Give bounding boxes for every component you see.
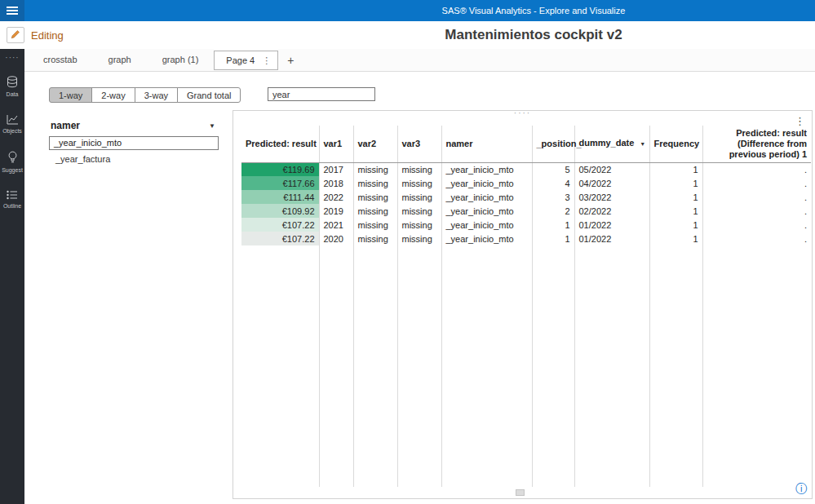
report-header: Editing Mantenimientos cockpit v2 — [0, 21, 815, 49]
sidebar-item-suggest[interactable]: Suggest — [0, 142, 24, 181]
tab-menu-icon[interactable]: ⋮ — [262, 51, 271, 69]
object-menu-button[interactable]: ⋮ — [792, 115, 808, 127]
cell-position[interactable]: 1 — [532, 218, 574, 232]
cell-predicted[interactable]: €117.66 — [241, 176, 319, 190]
cell-namer[interactable]: _year_inicio_mto — [441, 190, 532, 204]
cell-frequency[interactable]: 1 — [649, 176, 702, 190]
cell-position[interactable]: 5 — [532, 162, 574, 176]
cell-var2[interactable]: missing — [353, 218, 397, 232]
cell-frequency[interactable]: 1 — [649, 190, 702, 204]
cell-diff[interactable]: . — [702, 218, 811, 232]
sidebar-item-objects[interactable]: Objects — [0, 105, 24, 142]
object-drag-handle-icon[interactable]: ···· — [514, 110, 531, 117]
cell-dummy_date[interactable]: 02/2022 — [574, 204, 649, 218]
cell-position[interactable]: 3 — [532, 190, 574, 204]
cell-var2[interactable]: missing — [353, 232, 397, 245]
column-header-var1[interactable]: var1 — [319, 126, 353, 162]
cell-diff[interactable]: . — [702, 232, 811, 245]
cell-namer[interactable]: _year_inicio_mto — [441, 204, 532, 218]
edit-mode-button[interactable] — [7, 27, 24, 43]
cell-dummy_date[interactable]: 01/2022 — [574, 232, 649, 245]
table-header-row: Predicted: resultvar1var2var3namer_posit… — [241, 126, 811, 162]
column-header-var3[interactable]: var3 — [397, 126, 441, 162]
way-button-grand-total[interactable]: Grand total — [177, 87, 241, 103]
column-header-diff[interactable]: Predicted: result (Difference from previ… — [702, 126, 811, 162]
cell-var3[interactable]: missing — [397, 190, 441, 204]
cell-position[interactable]: 1 — [532, 232, 574, 245]
way-button-3-way[interactable]: 3-way — [135, 87, 178, 103]
cell-var3[interactable]: missing — [397, 176, 441, 190]
cell-var3[interactable]: missing — [397, 204, 441, 218]
cell-var2[interactable]: missing — [353, 162, 397, 176]
cell-predicted[interactable]: €107.22 — [241, 218, 319, 232]
cell-var1[interactable]: 2018 — [319, 176, 353, 190]
cell-var2[interactable]: missing — [353, 176, 397, 190]
cell-predicted[interactable]: €109.92 — [241, 204, 319, 218]
cell-frequency[interactable]: 1 — [649, 218, 702, 232]
tab-crosstab[interactable]: crosstab — [28, 49, 93, 71]
sidebar-item-outline[interactable]: Outline — [0, 181, 24, 217]
column-header-position[interactable]: _position_ — [532, 126, 574, 162]
cell-var1[interactable]: 2019 — [319, 204, 353, 218]
horizontal-scrollbar-thumb[interactable] — [516, 489, 525, 496]
way-button-2-way[interactable]: 2-way — [91, 87, 135, 103]
cell-dummy_date[interactable]: 01/2022 — [574, 218, 649, 232]
data-icon — [7, 76, 18, 88]
cell-diff[interactable]: . — [702, 162, 811, 176]
cell-frequency[interactable]: 1 — [649, 204, 702, 218]
column-sort-caret-icon[interactable]: ▼ — [640, 141, 645, 147]
cell-namer[interactable]: _year_inicio_mto — [441, 162, 532, 176]
cell-frequency[interactable]: 1 — [649, 162, 702, 176]
column-header-label: dummy_date — [579, 138, 635, 148]
column-header-label: namer — [446, 139, 473, 148]
add-page-button[interactable]: + — [278, 54, 303, 67]
cell-var3[interactable]: missing — [397, 232, 441, 245]
cell-predicted[interactable]: €111.44 — [241, 190, 319, 204]
cell-var3[interactable]: missing — [397, 162, 441, 176]
cell-predicted[interactable]: €107.22 — [241, 232, 319, 245]
menu-button[interactable] — [0, 0, 24, 21]
sidebar-item-data[interactable]: Data — [0, 67, 24, 105]
cell-dummy_date[interactable]: 03/2022 — [574, 190, 649, 204]
table-filler-row — [241, 245, 811, 487]
cell-dummy_date[interactable]: 05/2022 — [574, 162, 649, 176]
tab-page-4[interactable]: Page 4⋮ — [214, 51, 278, 70]
cell-position[interactable]: 4 — [532, 176, 574, 190]
way-button-1-way[interactable]: 1-way — [49, 87, 92, 103]
cell-var2[interactable]: missing — [353, 204, 397, 218]
cell-namer[interactable]: _year_inicio_mto — [441, 218, 532, 232]
cell-var3[interactable]: missing — [397, 218, 441, 232]
variable-list-item[interactable]: _year_factura — [49, 150, 219, 166]
cell-predicted[interactable]: €119.69 — [241, 162, 319, 176]
namer-dropdown[interactable]: namer ▼ — [49, 118, 219, 133]
column-header-dummy_date[interactable]: dummy_date▼ — [574, 126, 649, 162]
cell-var1[interactable]: 2020 — [319, 232, 353, 245]
selected-variable-field[interactable]: _year_inicio_mto — [49, 136, 219, 150]
year-input[interactable] — [268, 87, 375, 101]
tab-graph[interactable]: graph — [93, 49, 147, 71]
cell-var1[interactable]: 2021 — [319, 218, 353, 232]
column-header-label: Predicted: result — [246, 139, 317, 148]
column-header-var2[interactable]: var2 — [353, 126, 397, 162]
cell-var1[interactable]: 2022 — [319, 190, 353, 204]
cell-namer[interactable]: _year_inicio_mto — [441, 232, 532, 245]
namer-dropdown-value: namer — [51, 120, 80, 131]
rail-drag-handle-icon[interactable]: ···· — [0, 49, 24, 67]
info-icon[interactable]: ⓘ — [795, 482, 807, 497]
cell-frequency[interactable]: 1 — [649, 232, 702, 245]
cell-namer[interactable]: _year_inicio_mto — [441, 176, 532, 190]
top-app-bar: SAS® Visual Analytics - Explore and Visu… — [0, 0, 815, 21]
column-header-frequency[interactable]: Frequency — [649, 126, 702, 162]
cell-diff[interactable]: . — [702, 190, 811, 204]
empty-cell — [441, 245, 532, 487]
cell-var2[interactable]: missing — [353, 190, 397, 204]
pencil-icon — [11, 28, 20, 42]
cell-dummy_date[interactable]: 04/2022 — [574, 176, 649, 190]
column-header-namer[interactable]: namer — [441, 126, 532, 162]
cell-diff[interactable]: . — [702, 204, 811, 218]
cell-diff[interactable]: . — [702, 176, 811, 190]
cell-position[interactable]: 2 — [532, 204, 574, 218]
tab-graph-1[interactable]: graph (1) — [147, 49, 215, 71]
column-header-predicted[interactable]: Predicted: result — [241, 126, 319, 162]
cell-var1[interactable]: 2017 — [319, 162, 353, 176]
